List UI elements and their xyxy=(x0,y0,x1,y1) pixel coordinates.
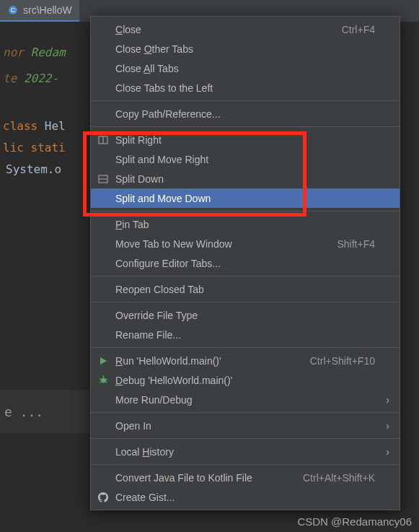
menu-item-label: Split and Move Down xyxy=(115,193,369,204)
class-icon: C xyxy=(7,4,19,16)
menu-item-label: Split and Move Right xyxy=(115,154,369,165)
menu-item-label: Debug 'HelloWorld.main()' xyxy=(115,375,369,386)
doc-date-tag: te xyxy=(3,71,17,85)
menu-item-label: Configure Editor Tabs... xyxy=(115,258,369,269)
run-icon xyxy=(97,357,110,365)
menu-item-label: Override File Type xyxy=(115,310,369,321)
menu-item-label: Copy Path/Reference... xyxy=(115,108,369,120)
menu-item-label: Pin Tab xyxy=(115,219,369,230)
submenu-arrow-icon: › xyxy=(381,420,389,432)
svg-line-11 xyxy=(100,382,101,383)
menu-item-label: Split Right xyxy=(115,134,369,146)
menu-item-rename-file[interactable]: Rename File... xyxy=(91,325,400,344)
menu-separator xyxy=(91,276,400,276)
svg-line-10 xyxy=(106,379,107,380)
menu-item-convert-kotlin[interactable]: Convert Java File to Kotlin FileCtrl+Alt… xyxy=(91,468,400,487)
svg-line-9 xyxy=(100,379,101,380)
menu-item-label: Run 'HelloWorld.main()' xyxy=(115,355,304,367)
menu-item-copy-path[interactable]: Copy Path/Reference... xyxy=(91,104,400,123)
menu-item-label: Local History xyxy=(115,446,369,458)
watermark: CSDN @Redamancy06 xyxy=(297,515,412,528)
menu-separator xyxy=(91,347,400,348)
menu-item-label: Convert Java File to Kotlin File xyxy=(115,472,297,484)
menu-item-pin-tab[interactable]: Pin Tab xyxy=(91,214,400,234)
menu-item-move-new-window[interactable]: Move Tab to New WindowShift+F4 xyxy=(91,234,400,253)
menu-item-debug[interactable]: Debug 'HelloWorld.main()' xyxy=(91,370,400,390)
debug-icon xyxy=(97,375,110,385)
menu-item-override-ft[interactable]: Override File Type xyxy=(91,305,400,325)
menu-item-shortcut: Ctrl+F4 xyxy=(342,24,375,35)
menu-item-label: Create Gist... xyxy=(115,492,369,503)
doc-author-tag: nor xyxy=(3,45,24,59)
menu-item-label: More Run/Debug xyxy=(115,394,369,406)
menu-item-close-all[interactable]: Close All Tabs xyxy=(91,58,400,78)
fold-ellipsis: e ... xyxy=(4,404,43,419)
menu-item-create-gist[interactable]: Create Gist... xyxy=(91,487,400,507)
menu-item-split-move-right[interactable]: Split and Move Right xyxy=(91,149,400,169)
menu-separator xyxy=(91,438,400,439)
submenu-arrow-icon: › xyxy=(381,394,389,406)
menu-item-label: Open In xyxy=(115,420,369,432)
svg-marker-6 xyxy=(100,357,107,365)
menu-item-label: Close xyxy=(115,24,336,35)
menu-item-close[interactable]: CloseCtrl+F4 xyxy=(91,19,400,39)
menu-separator xyxy=(91,464,400,465)
menu-item-shortcut: Shift+F4 xyxy=(337,238,375,250)
menu-separator xyxy=(91,126,400,127)
tab-context-menu: CloseCtrl+F4Close Other TabsClose All Ta… xyxy=(90,16,400,510)
menu-item-shortcut: Ctrl+Shift+F10 xyxy=(310,355,375,367)
svg-line-12 xyxy=(106,382,107,383)
menu-separator xyxy=(91,412,400,413)
menu-item-split-down[interactable]: Split Down xyxy=(91,169,400,188)
editor-area[interactable]: nor Redam te 2022- class Hel lic stati S… xyxy=(0,22,90,532)
menu-item-split-move-down[interactable]: Split and Move Down xyxy=(91,188,400,208)
svg-text:C: C xyxy=(11,6,16,14)
doc-date-val: 2022- xyxy=(24,71,58,85)
svg-point-7 xyxy=(101,378,106,383)
menu-item-reopen-closed[interactable]: Reopen Closed Tab xyxy=(91,279,400,299)
menu-separator xyxy=(91,211,400,212)
menu-item-label: Close Other Tabs xyxy=(115,43,369,55)
menu-item-open-in[interactable]: Open In› xyxy=(91,416,400,435)
menu-item-label: Reopen Closed Tab xyxy=(115,284,369,295)
menu-item-label: Close All Tabs xyxy=(115,63,369,74)
menu-item-configure-tabs[interactable]: Configure Editor Tabs... xyxy=(91,253,400,273)
modifiers: lic stati xyxy=(3,141,66,154)
menu-item-close-left[interactable]: Close Tabs to the Left xyxy=(91,78,400,97)
menu-item-label: Move Tab to New Window xyxy=(115,238,331,250)
menu-item-more-run[interactable]: More Run/Debug› xyxy=(91,390,400,409)
menu-item-label: Close Tabs to the Left xyxy=(115,82,369,94)
class-name: Hel xyxy=(45,119,66,133)
menu-item-shortcut: Ctrl+Alt+Shift+K xyxy=(303,472,375,484)
doc-author-val: Redam xyxy=(31,45,66,59)
menu-item-split-right[interactable]: Split Right xyxy=(91,130,400,149)
menu-separator xyxy=(91,100,400,101)
menu-item-label: Split Down xyxy=(115,173,369,185)
github-icon xyxy=(97,492,110,502)
tab-label: src\HelloW xyxy=(23,4,72,16)
kw-class: class xyxy=(3,119,38,133)
menu-item-close-others[interactable]: Close Other Tabs xyxy=(91,39,400,58)
menu-item-label: Rename File... xyxy=(115,329,369,341)
menu-separator xyxy=(91,302,400,302)
menu-item-run[interactable]: Run 'HelloWorld.main()'Ctrl+Shift+F10 xyxy=(91,351,400,370)
menu-item-local-history[interactable]: Local History› xyxy=(91,442,400,461)
editor-fold-hint: e ... xyxy=(0,390,90,433)
system-out: System.o xyxy=(6,162,61,176)
split-down-icon xyxy=(97,174,110,184)
editor-tab[interactable]: C src\HelloW xyxy=(0,0,79,22)
submenu-arrow-icon: › xyxy=(381,446,389,458)
split-right-icon xyxy=(97,135,110,145)
